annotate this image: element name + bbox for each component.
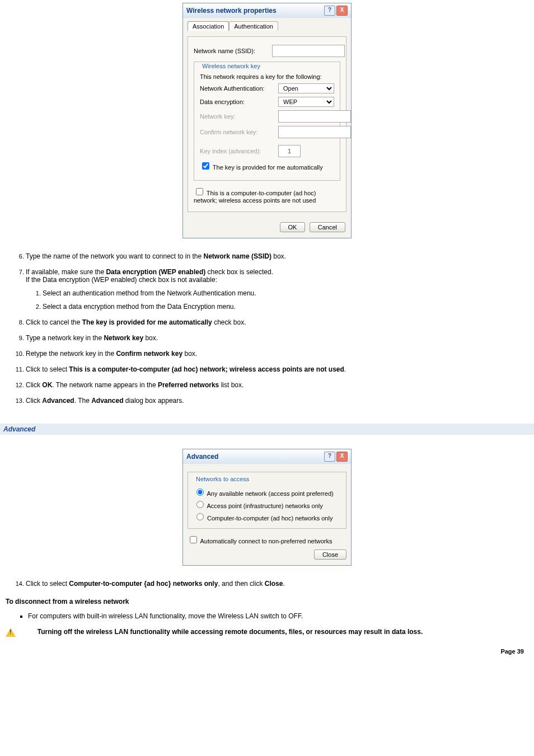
step-11: Click to select This is a computer-to-co… bbox=[26, 365, 528, 373]
cancel-button[interactable]: Cancel bbox=[310, 222, 345, 232]
ssid-input[interactable] bbox=[272, 45, 345, 57]
advanced-dialog: Advanced ? X Networks to access Any avai… bbox=[182, 449, 352, 566]
auth-label: Network Authentication: bbox=[200, 85, 278, 92]
auto-key-label: The key is provided for me automatically bbox=[213, 164, 323, 171]
radio-adhoc-only-label: Computer-to-computer (ad hoc) networks o… bbox=[207, 515, 332, 522]
steps-list: Type the name of the network you want to… bbox=[6, 252, 528, 405]
adhoc-checkbox[interactable] bbox=[196, 188, 203, 195]
help-icon[interactable]: ? bbox=[324, 6, 335, 16]
auto-nonpreferred-checkbox[interactable] bbox=[190, 536, 197, 543]
networks-to-access-legend: Networks to access bbox=[194, 476, 251, 482]
confirm-key-label: Confirm network key: bbox=[200, 129, 278, 135]
tab-authentication[interactable]: Authentication bbox=[229, 21, 278, 31]
section-advanced: Advanced bbox=[0, 424, 534, 435]
step-7-1: Select an authentication method from the… bbox=[43, 289, 528, 297]
close-icon[interactable]: X bbox=[336, 6, 348, 16]
radio-adhoc-only[interactable] bbox=[196, 513, 204, 520]
key-label: Network key: bbox=[200, 113, 278, 120]
warning-row: Turning off the wireless LAN functionali… bbox=[6, 628, 528, 637]
advanced-title: Advanced bbox=[186, 453, 218, 461]
key-index-label: Key index (advanced): bbox=[200, 148, 278, 154]
close-button[interactable]: Close bbox=[314, 550, 346, 560]
step-7: If available, make sure the Data encrypt… bbox=[26, 268, 528, 311]
radio-any-available[interactable] bbox=[196, 489, 204, 496]
radio-any-available-label: Any available network (access point pref… bbox=[207, 490, 333, 497]
warning-icon bbox=[6, 628, 16, 637]
wireless-key-legend: Wireless network key bbox=[200, 63, 334, 69]
key-index-spinner bbox=[278, 145, 301, 157]
ok-button[interactable]: OK bbox=[280, 222, 306, 232]
step-13: Click Advanced. The Advanced dialog box … bbox=[26, 397, 528, 405]
enc-select[interactable]: WEP bbox=[278, 97, 334, 107]
help-icon[interactable]: ? bbox=[324, 452, 335, 462]
adhoc-label: This is a computer-to-computer (ad hoc) … bbox=[194, 190, 316, 204]
tab-association[interactable]: Association bbox=[188, 21, 229, 31]
step-6: Type the name of the network you want to… bbox=[26, 252, 528, 260]
close-icon[interactable]: X bbox=[336, 452, 348, 462]
radio-access-point[interactable] bbox=[196, 501, 204, 508]
step-9: Type a network key in the Network key bo… bbox=[26, 334, 528, 342]
enc-label: Data encryption: bbox=[200, 98, 278, 105]
disconnect-heading: To disconnect from a wireless network bbox=[6, 598, 528, 605]
step-10: Retype the network key in the Confirm ne… bbox=[26, 350, 528, 358]
radio-access-point-label: Access point (infrastructure) networks o… bbox=[207, 503, 322, 509]
step-7-2: Select a data encryption method from the… bbox=[43, 303, 528, 311]
disconnect-bullet: For computers with built-in wireless LAN… bbox=[28, 612, 528, 620]
step-8: Click to cancel the The key is provided … bbox=[26, 318, 528, 326]
dialog-title: Wireless network properties bbox=[186, 7, 277, 15]
confirm-key-input bbox=[278, 126, 351, 138]
page-number: Page 39 bbox=[6, 648, 528, 655]
auto-nonpreferred-label: Automatically connect to non-preferred n… bbox=[200, 538, 332, 544]
auto-key-checkbox[interactable] bbox=[202, 162, 209, 170]
step-12: Click OK. The network name appears in th… bbox=[26, 381, 528, 389]
warning-text: Turning off the wireless LAN functionali… bbox=[38, 628, 423, 636]
network-key-input bbox=[278, 110, 351, 123]
step-14: Click to select Computer-to-computer {ad… bbox=[26, 580, 528, 588]
auth-select[interactable]: Open bbox=[278, 83, 334, 93]
ssid-label: Network name (SSID): bbox=[194, 48, 272, 54]
disconnect-list: For computers with built-in wireless LAN… bbox=[6, 612, 528, 620]
dialog-titlebar: Wireless network properties ? X bbox=[183, 3, 351, 18]
steps-list-2: Click to select Computer-to-computer {ad… bbox=[6, 580, 528, 588]
advanced-titlebar: Advanced ? X bbox=[183, 449, 351, 464]
requires-text: This network requires a key for the foll… bbox=[200, 73, 334, 80]
tab-strip: AssociationAuthentication bbox=[188, 21, 346, 31]
wireless-properties-dialog: Wireless network properties ? X Associat… bbox=[182, 3, 352, 238]
